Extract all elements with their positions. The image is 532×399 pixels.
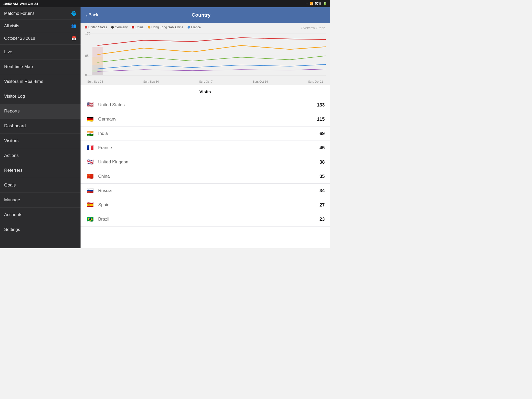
flag-in: 🇮🇳 xyxy=(86,131,94,136)
sidebar-item-visitors[interactable]: Visitors xyxy=(0,134,81,148)
flag-es: 🇪🇸 xyxy=(86,202,94,208)
status-right: ···· 📶 57% 🔋 xyxy=(305,2,327,5)
back-label: Back xyxy=(89,12,98,18)
visits-header: Visits xyxy=(81,85,330,98)
chart-legend: United StatesGermanyChinaHong Kong SAR C… xyxy=(85,25,326,29)
sidebar-item-manage[interactable]: Manage xyxy=(0,193,81,208)
legend-item-cn: China xyxy=(132,25,143,29)
chart-x-label: Sun, Sep 30 xyxy=(143,80,159,83)
battery-level: 57% xyxy=(315,2,321,5)
country-row-es[interactable]: 🇪🇸 Spain 27 xyxy=(81,198,330,212)
country-visits-us: 133 xyxy=(317,102,325,108)
sidebar-item-dashboard[interactable]: Dashboard xyxy=(0,119,81,134)
country-name-br: Brazil xyxy=(98,217,320,222)
svg-text:0: 0 xyxy=(85,74,87,77)
country-name-cn: China xyxy=(98,174,320,179)
top-bar: ‹ Back Country xyxy=(81,7,330,23)
chart-x-label: Sun, Oct 21 xyxy=(308,80,323,83)
country-name-fr: France xyxy=(98,145,320,150)
app-name: Matomo Forums xyxy=(4,11,34,16)
legend-label-de: Germany xyxy=(115,25,128,29)
flag-br: 🇧🇷 xyxy=(86,216,94,222)
country-visits-ru: 34 xyxy=(320,188,325,194)
flag-gb: 🇬🇧 xyxy=(86,159,94,165)
legend-label-hk: Hong Kong SAR China xyxy=(151,25,183,29)
svg-text:170: 170 xyxy=(85,32,90,36)
date-label: October 23 2018 xyxy=(4,36,35,41)
country-row-fr[interactable]: 🇫🇷 France 45 xyxy=(81,141,330,155)
legend-item-de: Germany xyxy=(111,25,128,29)
globe-icon: 🌐 xyxy=(71,11,76,16)
country-visits-gb: 38 xyxy=(320,159,325,165)
country-visits-br: 23 xyxy=(320,217,325,222)
flag-de: 🇩🇪 xyxy=(86,116,94,122)
legend-dot-fr xyxy=(188,26,190,29)
wifi-icon: 📶 xyxy=(310,2,314,5)
sidebar-item-visitor-log[interactable]: Visitor Log xyxy=(0,89,81,104)
country-row-cn[interactable]: 🇨🇳 China 35 xyxy=(81,169,330,184)
country-name-de: Germany xyxy=(98,117,317,122)
chevron-left-icon: ‹ xyxy=(86,12,88,18)
sidebar-item-settings[interactable]: Settings xyxy=(0,222,81,237)
country-row-de[interactable]: 🇩🇪 Germany 115 xyxy=(81,112,330,127)
svg-text:85: 85 xyxy=(85,54,89,58)
page-title: Country xyxy=(192,12,211,18)
chart-svg: 170 85 0 xyxy=(85,31,326,79)
sidebar-item-referrers[interactable]: Referrers xyxy=(0,163,81,178)
overview-label: Overview Graph xyxy=(301,26,325,30)
legend-item-us: United States xyxy=(85,25,107,29)
date-selector[interactable]: October 23 2018 📅 xyxy=(0,32,81,45)
country-list: Visits 🇺🇸 United States 133 🇩🇪 Germany 1… xyxy=(81,85,330,248)
chart-x-label: Sun, Oct 14 xyxy=(253,80,268,83)
segment-selector[interactable]: All visits 👥 xyxy=(0,20,81,32)
legend-dot-cn xyxy=(132,26,134,29)
sidebar-item-realtime-map[interactable]: Real-time Map xyxy=(0,59,81,74)
country-row-in[interactable]: 🇮🇳 India 69 xyxy=(81,127,330,141)
legend-label-cn: China xyxy=(135,25,143,29)
chart-x-labels: Sun, Sep 23Sun, Sep 30Sun, Oct 7Sun, Oct… xyxy=(85,80,326,83)
status-bar: 10:50 AM Wed Oct 24 ···· 📶 57% 🔋 xyxy=(0,0,330,7)
back-button[interactable]: ‹ Back xyxy=(86,12,98,18)
legend-item-hk: Hong Kong SAR China xyxy=(148,25,183,29)
calendar-icon: 📅 xyxy=(71,36,76,41)
flag-ru: 🇷🇺 xyxy=(86,188,94,194)
status-time: 10:50 AM Wed Oct 24 xyxy=(3,2,38,6)
country-visits-fr: 45 xyxy=(320,145,325,151)
battery-icon: 🔋 xyxy=(323,2,327,5)
flag-us: 🇺🇸 xyxy=(86,102,94,108)
chart-container: Overview Graph United StatesGermanyChina… xyxy=(81,23,330,85)
legend-dot-hk xyxy=(148,26,150,29)
sidebar-item-goals[interactable]: Goals xyxy=(0,178,81,193)
country-visits-de: 115 xyxy=(317,117,325,122)
country-row-ru[interactable]: 🇷🇺 Russia 34 xyxy=(81,184,330,198)
legend-label-us: United States xyxy=(88,25,107,29)
country-rows: 🇺🇸 United States 133 🇩🇪 Germany 115 🇮🇳 I… xyxy=(81,98,330,227)
sidebar-item-reports[interactable]: Reports xyxy=(0,104,81,119)
legend-label-fr: France xyxy=(191,25,201,29)
country-visits-es: 27 xyxy=(320,202,325,208)
country-visits-in: 69 xyxy=(320,131,325,136)
sidebar: Matomo Forums 🌐 All visits 👥 October 23 … xyxy=(0,7,81,248)
sidebar-item-actions[interactable]: Actions xyxy=(0,148,81,163)
country-row-gb[interactable]: 🇬🇧 United Kingdom 38 xyxy=(81,155,330,169)
sidebar-nav: LiveReal-time MapVisitors in Real-timeVi… xyxy=(0,45,81,237)
flag-cn: 🇨🇳 xyxy=(86,174,94,179)
app-selector[interactable]: Matomo Forums 🌐 xyxy=(0,7,81,20)
legend-item-fr: France xyxy=(188,25,201,29)
people-icon: 👥 xyxy=(71,23,76,28)
sidebar-item-visitors-realtime[interactable]: Visitors in Real-time xyxy=(0,74,81,89)
chart-x-label: Sun, Sep 23 xyxy=(87,80,103,83)
chart-x-label: Sun, Oct 7 xyxy=(199,80,212,83)
country-name-in: India xyxy=(98,131,320,136)
svg-rect-10 xyxy=(92,72,103,75)
country-visits-cn: 35 xyxy=(320,174,325,179)
country-row-us[interactable]: 🇺🇸 United States 133 xyxy=(81,98,330,112)
country-name-es: Spain xyxy=(98,202,320,208)
country-name-gb: United Kingdom xyxy=(98,159,320,165)
country-row-br[interactable]: 🇧🇷 Brazil 23 xyxy=(81,212,330,227)
country-name-ru: Russia xyxy=(98,188,320,193)
country-name-us: United States xyxy=(98,102,317,108)
sidebar-item-accounts[interactable]: Accounts xyxy=(0,208,81,222)
signal-icon: ···· xyxy=(305,2,308,5)
sidebar-item-live[interactable]: Live xyxy=(0,45,81,59)
